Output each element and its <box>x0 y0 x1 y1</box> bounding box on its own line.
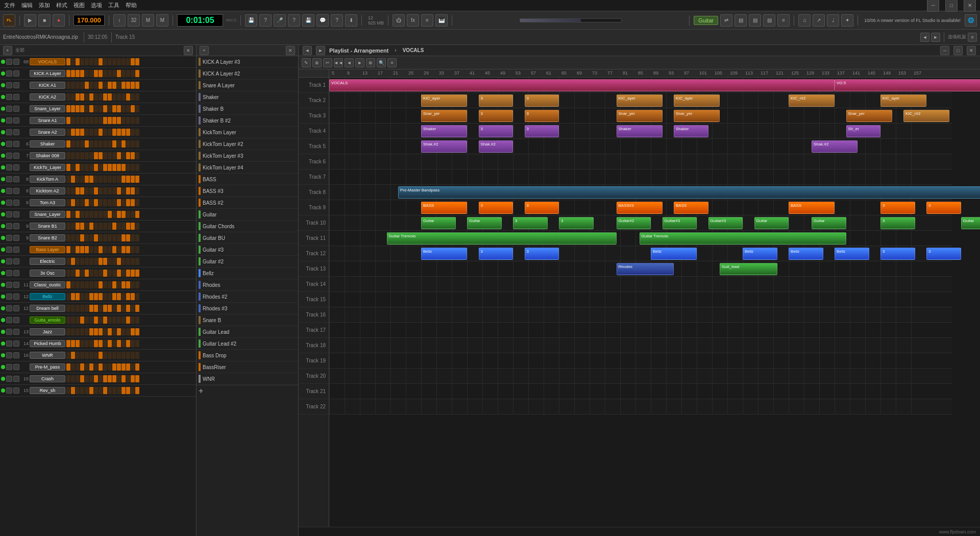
step-button[interactable] <box>126 281 130 288</box>
step-button[interactable] <box>85 223 89 230</box>
step-button[interactable] <box>131 176 135 183</box>
track-name-box[interactable]: Kicktom A2 <box>30 187 65 194</box>
instrument-row[interactable]: BASS #2 <box>197 197 298 209</box>
track-steps[interactable] <box>66 328 195 335</box>
step-button[interactable] <box>94 117 98 124</box>
step-button[interactable] <box>80 93 84 101</box>
pt2[interactable]: ⊕ <box>312 58 322 67</box>
track-name-box[interactable]: Snare_Layer <box>30 211 65 218</box>
tb6[interactable]: ? <box>259 14 272 27</box>
step-button[interactable] <box>94 82 98 89</box>
pt8[interactable]: 🔍 <box>377 58 386 67</box>
track-name-box[interactable]: Snare A2 <box>30 129 65 136</box>
track-mute-btn[interactable] <box>6 164 12 170</box>
step-button[interactable] <box>85 93 89 101</box>
step-button[interactable] <box>103 270 107 277</box>
step-button[interactable] <box>131 211 135 218</box>
step-button[interactable] <box>103 340 107 347</box>
track-solo-btn[interactable] <box>13 129 19 135</box>
step-button[interactable] <box>135 223 139 230</box>
step-button[interactable] <box>66 58 70 65</box>
instrument-row[interactable]: KickTom Layer <box>197 127 298 138</box>
step-button[interactable] <box>66 281 70 288</box>
track-steps[interactable] <box>66 293 195 300</box>
step-button[interactable] <box>135 199 139 206</box>
step-button[interactable] <box>99 281 103 288</box>
track-mute-btn[interactable] <box>6 258 12 264</box>
step-button[interactable] <box>117 316 121 324</box>
step-button[interactable] <box>126 246 130 253</box>
clip[interactable]: BASS#3 <box>617 202 663 214</box>
step-button[interactable] <box>66 70 70 77</box>
instrument-row[interactable]: BASS #3 <box>197 185 298 197</box>
step-button[interactable] <box>112 140 116 148</box>
step-button[interactable] <box>126 375 130 382</box>
step-button[interactable] <box>108 117 112 124</box>
grid-row[interactable] <box>329 384 952 399</box>
nav-fwd-btn[interactable]: ► <box>931 33 940 42</box>
step-button[interactable] <box>112 305 116 312</box>
clip[interactable]: Sh_er <box>846 125 881 137</box>
playlist-min-btn[interactable]: ─ <box>940 46 949 55</box>
step-button[interactable] <box>80 328 84 335</box>
step-button[interactable] <box>108 223 112 230</box>
step-button[interactable] <box>76 234 80 241</box>
step-button[interactable] <box>112 258 116 265</box>
panel-close-btn[interactable]: ✕ <box>184 46 193 55</box>
step-button[interactable] <box>71 328 75 335</box>
step-button[interactable] <box>117 281 121 288</box>
step-button[interactable] <box>135 164 139 171</box>
clip[interactable]: 3 <box>479 125 513 137</box>
clip[interactable]: Shak.#2 <box>421 140 467 153</box>
step-button[interactable] <box>131 199 135 206</box>
step-button[interactable] <box>80 117 84 124</box>
power-btn[interactable]: ⏻ <box>393 14 405 27</box>
instrument-row[interactable]: Guitar BU <box>197 232 298 244</box>
step-button[interactable] <box>112 176 116 183</box>
step-button[interactable] <box>135 281 139 288</box>
track-steps[interactable] <box>66 105 195 112</box>
step-button[interactable] <box>66 340 70 347</box>
clip[interactable]: Shak.#2 <box>812 140 857 153</box>
step-button[interactable] <box>117 234 121 241</box>
track-mute-btn[interactable] <box>6 223 12 229</box>
step-button[interactable] <box>76 375 80 382</box>
step-button[interactable] <box>108 82 112 89</box>
step-button[interactable] <box>117 211 121 218</box>
step-button[interactable] <box>117 223 121 230</box>
step-button[interactable] <box>108 58 112 65</box>
step-button[interactable] <box>121 281 126 288</box>
instrument-row[interactable]: Shaker B #2 <box>197 115 298 127</box>
step-button[interactable] <box>126 199 130 206</box>
track-steps[interactable] <box>66 234 195 241</box>
step-button[interactable] <box>108 352 112 359</box>
step-button[interactable] <box>80 281 84 288</box>
clip[interactable]: KIC_ayer <box>880 94 926 107</box>
step-button[interactable] <box>76 211 80 218</box>
step-button[interactable] <box>99 70 103 77</box>
step-button[interactable] <box>80 140 84 148</box>
step-button[interactable] <box>121 117 126 124</box>
progress-bar[interactable] <box>520 18 622 22</box>
step-button[interactable] <box>89 82 93 89</box>
step-button[interactable] <box>94 129 98 136</box>
track-name-box[interactable]: VOCALS <box>30 58 65 65</box>
clip[interactable]: KIC_r#2 <box>789 94 835 107</box>
play-btn[interactable]: ▶ <box>24 14 36 27</box>
step-button[interactable] <box>66 176 70 183</box>
grid-row[interactable]: VOCALSVO.5VOCALSVOCALSVOCALS <box>329 78 952 93</box>
track-solo-btn[interactable] <box>13 141 19 147</box>
step-button[interactable] <box>126 293 130 300</box>
step-button[interactable] <box>89 211 93 218</box>
step-button[interactable] <box>66 211 70 218</box>
step-button[interactable] <box>99 223 103 230</box>
step-button[interactable] <box>108 187 112 194</box>
step-button[interactable] <box>76 129 80 136</box>
pick-btn[interactable]: ✦ <box>841 14 853 27</box>
step-button[interactable] <box>99 234 103 241</box>
step-button[interactable] <box>131 234 135 241</box>
step-button[interactable] <box>117 176 121 183</box>
step-button[interactable] <box>99 363 103 371</box>
track-mute-btn[interactable] <box>6 211 12 217</box>
instrument-row[interactable]: WNR <box>197 373 298 385</box>
